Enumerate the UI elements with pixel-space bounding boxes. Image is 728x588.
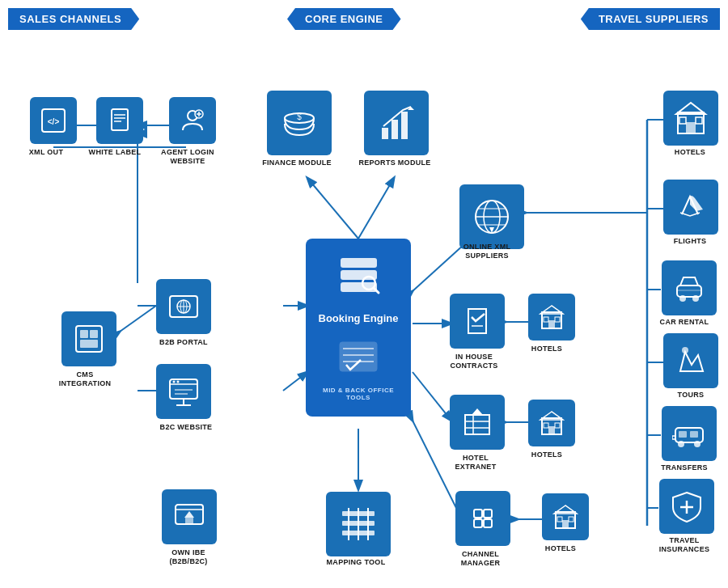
- travel-suppliers-header: TRAVEL SUPPLIERS: [581, 8, 720, 30]
- svg-rect-60: [185, 518, 193, 524]
- svg-line-72: [374, 288, 379, 293]
- hotel-extranet-label: HOTEL EXTRANET: [443, 454, 508, 472]
- svg-rect-65: [392, 120, 398, 139]
- svg-rect-126: [690, 431, 698, 438]
- white-label-box: [96, 97, 143, 144]
- svg-rect-33: [112, 109, 128, 130]
- cms-integration-box: [61, 311, 116, 366]
- mid-back-office-icon: [338, 341, 379, 373]
- hotels-channel-label: HOTELS: [537, 544, 584, 553]
- svg-rect-47: [80, 330, 88, 338]
- svg-rect-107: [474, 519, 482, 527]
- svg-rect-119: [677, 286, 701, 297]
- hotels-extranet-label: HOTELS: [523, 451, 570, 459]
- svg-rect-111: [562, 520, 569, 528]
- supplier-travel-insurances-box: [659, 479, 714, 534]
- hotels-in-house-box: [528, 294, 575, 341]
- svg-rect-66: [401, 112, 408, 139]
- svg-text:$: $: [297, 112, 302, 121]
- cms-integration-label: CMS INTEGRATION: [53, 370, 116, 388]
- hotels-extranet-box: [528, 400, 575, 446]
- supplier-car-rental-label: CAR RENTAL: [657, 318, 712, 327]
- svg-rect-93: [544, 317, 548, 322]
- svg-rect-117: [679, 117, 686, 124]
- svg-rect-80: [342, 511, 375, 516]
- in-house-contracts-label: IN HOUSE CONTRACTS: [442, 353, 506, 370]
- supplier-tours-box: [663, 333, 718, 388]
- supplier-transfers-label: TRANSFERS: [657, 463, 712, 472]
- diagram-container: SALES CHANNELS CORE ENGINE TRAVEL SUPPLI…: [0, 0, 728, 588]
- online-xml-label: ONLINE XML SUPPLIERS: [455, 243, 519, 260]
- own-ibe-box: [162, 489, 217, 544]
- svg-marker-61: [184, 511, 194, 518]
- svg-rect-112: [557, 517, 562, 522]
- svg-point-54: [173, 381, 176, 383]
- svg-rect-113: [569, 517, 574, 522]
- booking-engine-box: Booking Engine MID & BACK OFFICE TOOLS: [306, 239, 411, 417]
- mapping-tool-box: [326, 492, 391, 556]
- finance-module-box: $: [267, 91, 332, 155]
- booking-engine-icon: [336, 254, 381, 298]
- svg-point-123: [682, 347, 688, 353]
- svg-rect-103: [544, 423, 548, 428]
- supplier-travel-insurances-label: TRAVEL INSURANCES: [652, 536, 717, 554]
- sales-channels-header: SALES CHANNELS: [8, 8, 139, 30]
- supplier-hotels-label: HOTELS: [667, 148, 713, 157]
- svg-rect-48: [90, 330, 98, 338]
- svg-rect-94: [555, 317, 560, 322]
- b2c-website-label: B2C WEBSITE: [159, 423, 214, 432]
- svg-line-14: [283, 372, 307, 391]
- svg-rect-73: [340, 342, 377, 371]
- in-house-contracts-box: [450, 294, 505, 349]
- hotels-channel-box: [542, 493, 589, 540]
- svg-point-127: [678, 441, 684, 447]
- svg-line-18: [413, 372, 451, 421]
- svg-rect-104: [555, 423, 560, 428]
- online-xml-box: [459, 184, 524, 249]
- svg-rect-118: [696, 117, 702, 124]
- xml-out-label: XML OUT: [18, 148, 74, 157]
- hotels-in-house-label: HOTELS: [523, 345, 570, 353]
- svg-marker-99: [472, 408, 483, 415]
- svg-rect-92: [548, 320, 555, 328]
- svg-rect-108: [484, 519, 492, 527]
- supplier-flights-box: [663, 180, 718, 235]
- finance-module-label: FINANCE MODULE: [260, 159, 333, 167]
- svg-rect-81: [342, 521, 375, 526]
- svg-rect-68: [341, 258, 377, 268]
- channel-manager-box: [455, 491, 510, 546]
- white-label-label: WHITE LABEL: [87, 148, 143, 157]
- xml-out-box: </>: [30, 97, 77, 144]
- agent-login-label: AGENT LOGIN WEBSITE: [159, 148, 217, 166]
- mid-back-office-label: MID & BACK OFFICE TOOLS: [314, 387, 403, 401]
- svg-point-128: [694, 441, 700, 447]
- svg-point-120: [679, 295, 686, 302]
- mapping-tool-label: MAPPING TOOL: [320, 558, 392, 567]
- svg-rect-64: [382, 128, 388, 139]
- supplier-flights-label: FLIGHTS: [667, 237, 713, 246]
- svg-rect-95: [465, 415, 489, 434]
- svg-point-121: [692, 295, 699, 302]
- b2b-portal-box: [156, 279, 211, 334]
- b2b-portal-label: B2B PORTAL: [156, 338, 211, 347]
- b2c-website-box: [156, 364, 211, 419]
- own-ibe-label: OWN IBE (B2B/B2C): [156, 548, 221, 566]
- svg-rect-106: [484, 510, 492, 518]
- channel-manager-label: CHANNEL MANAGER: [448, 550, 513, 568]
- svg-line-1: [120, 306, 156, 332]
- svg-rect-125: [679, 431, 687, 438]
- svg-rect-105: [474, 510, 482, 518]
- svg-rect-82: [342, 531, 375, 535]
- svg-line-12: [358, 178, 394, 239]
- agent-login-box: [169, 97, 216, 144]
- hotel-extranet-box: [450, 395, 505, 450]
- supplier-car-rental-box: [662, 260, 717, 315]
- svg-line-11: [307, 178, 358, 239]
- booking-engine-title: Booking Engine: [319, 312, 399, 326]
- supplier-hotels-box: [663, 91, 718, 146]
- svg-rect-49: [80, 340, 98, 348]
- svg-rect-70: [341, 282, 377, 292]
- svg-rect-116: [686, 122, 696, 133]
- svg-text:</>: </>: [48, 117, 60, 126]
- reports-module-label: REPORTS MODULE: [358, 159, 431, 167]
